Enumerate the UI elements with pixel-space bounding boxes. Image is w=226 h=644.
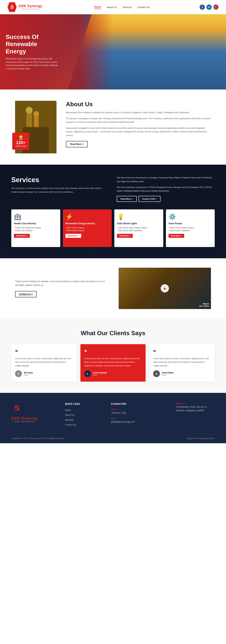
instagram-icon[interactable]: 📷 <box>213 4 218 10</box>
solar-lights-read-more-button[interactable]: Read More > <box>117 234 133 238</box>
healthcare-title: Health Care Industry <box>14 222 58 225</box>
badge-label: Happy Clients <box>15 145 26 147</box>
email-label: Free <box>111 417 169 419</box>
testimonials-row: ❝ Lorem ipsum dolor sit amet, consectetu… <box>11 344 215 382</box>
navbar: S GSK Synergy — Save the Nature — Home A… <box>0 0 226 14</box>
svg-text:S: S <box>10 4 14 10</box>
footer-quick-links: Quick Links Home About Us Services Conta… <box>65 402 103 428</box>
testimonial-author-3: A Amet Diem Dolor <box>153 370 211 377</box>
renewable-read-more-button[interactable]: Read More > <box>66 234 81 238</box>
footer-about-link[interactable]: About Us <box>65 414 74 416</box>
video-box: Watch Our Video <box>119 268 211 309</box>
nav-socials: f in 📷 <box>200 4 218 10</box>
author-role-2: Dolor <box>93 374 107 376</box>
footer-services-link[interactable]: Services <box>65 418 74 421</box>
footer-logo-icon: S <box>11 402 23 415</box>
author-name-3: Amet Diem <box>162 372 174 374</box>
linkedin-icon[interactable]: in <box>206 4 212 10</box>
hero-content: Success Of Renewable Energy Renewable en… <box>6 33 58 70</box>
testimonial-text-2: Lorem ipsum dolor sit amet, consectetuer… <box>84 357 142 367</box>
hero-description: Renewable energy is increasingly becomin… <box>6 57 58 70</box>
hero-section: Success Of Renewable Energy Renewable en… <box>0 14 226 90</box>
author-avatar-2: L <box>84 370 91 377</box>
services-read-more-button[interactable]: Read More > <box>117 196 137 202</box>
testimonials-heading: What Our Clients Says <box>11 330 215 337</box>
solar-pumps-list: Solar Pumps Supply Projects Solar Pumps … <box>169 226 212 232</box>
services-left: Services Our expertise in various power … <box>11 176 109 202</box>
list-item: Solar Pumps Supply Projects <box>169 226 212 229</box>
about-badge: 👷 120+ Happy Clients <box>12 133 29 150</box>
badge-icon: 👷 <box>18 135 23 140</box>
about-heading: About Us <box>66 101 211 108</box>
healthcare-icon: 🏥 <box>14 213 58 220</box>
list-item: Health Care Equipment Supply <box>14 226 58 229</box>
nav-links: Home About Us Services Contact Us <box>94 6 150 9</box>
nav-home[interactable]: Home <box>94 6 101 9</box>
solar-pumps-title: Solar Pumps <box>169 222 212 225</box>
designed-by-text: Designed & Developed by Subrac <box>186 438 215 440</box>
email-value: gsks@gsk-synergy.com <box>111 420 169 424</box>
author-name-2: Lorem Ipsum <box>93 372 107 374</box>
about-para1: Momentarily the company's activities are… <box>66 111 211 114</box>
about-image-wrapper: 👷 120+ Happy Clients <box>15 101 57 154</box>
contact-info-heading: Contact Info <box>111 402 169 405</box>
services-heading: Services <box>11 176 109 184</box>
hero-title: Success Of Renewable Energy <box>6 33 58 55</box>
list-item: Solar Street Light Installation <box>117 229 161 232</box>
renewable-icon: ⚡ <box>66 213 109 220</box>
service-card-healthcare: 🏥 Health Care Industry Health Care Equip… <box>11 210 60 247</box>
facebook-icon[interactable]: f <box>200 4 205 10</box>
footer-home-link[interactable]: Home <box>65 409 71 412</box>
about-read-more-button[interactable]: Read More > <box>66 141 88 147</box>
footer-contact-link[interactable]: Contact Us <box>65 424 76 426</box>
list-item: Wind Power Projects <box>66 229 109 232</box>
phone-value: +65 6327 1158 <box>111 411 169 415</box>
author-info-3: Amet Diem Dolor <box>162 372 174 376</box>
footer-logo-title: GSK Synergy <box>11 416 57 420</box>
author-info-2: Lorem Ipsum Dolor <box>93 372 107 376</box>
footer-bottom: Copyrights © 2023. GSK Synergy Pte. Ltd.… <box>11 438 215 440</box>
footer-link-about: About Us <box>65 413 103 416</box>
testimonial-text-1: Lorem ipsum dolor sit amet, consectetuer… <box>15 357 73 367</box>
footer-link-services: Services <box>65 418 103 422</box>
author-role-1: Dolor <box>24 374 33 376</box>
solar-pumps-read-more-button[interactable]: Read More > <box>169 234 184 238</box>
nav-services[interactable]: Services <box>123 6 132 9</box>
healthcare-list: Health Care Equipment Supply Health Care… <box>14 226 58 232</box>
footer-logo: S GSK Synergy — Save the Nature — <box>11 402 57 428</box>
nav-about[interactable]: About Us <box>106 6 117 9</box>
about-text: About Us Momentarily the company's activ… <box>66 101 211 147</box>
quick-links-heading: Quick Links <box>65 402 103 405</box>
quick-links-list: Home About Us Services Contact Us <box>65 408 103 426</box>
list-item: Solar Street Lights Supply Projects <box>117 226 161 229</box>
address-value: 519 Balestier Road, #04-02 Le Shantier, … <box>176 405 215 412</box>
author-name-1: Sit Amet <box>24 372 33 374</box>
services-explore-button[interactable]: Explore GSK > <box>139 196 161 202</box>
svg-text:S: S <box>15 404 20 412</box>
service-card-renewable: ⚡ Renewable Energy Industry Solar Power … <box>63 210 112 247</box>
solar-lights-list: Solar Street Lights Supply Projects Sola… <box>117 226 161 232</box>
renewable-list: Solar Power Projects Wind Power Projects <box>66 226 109 232</box>
author-role-3: Dolor <box>162 374 174 376</box>
footer-divider <box>11 434 215 434</box>
about-para3: Having been engaged in many joint ventur… <box>66 126 211 138</box>
testimonial-author-1: S Sit Amet Dolor <box>15 370 73 377</box>
healthcare-read-more-button[interactable]: Read More > <box>14 234 30 238</box>
service-card-solar-pumps: ⚙️ Solar Pumps Solar Pumps Supply Projec… <box>166 210 215 247</box>
testimonials-section: What Our Clients Says ❝ Lorem ipsum dolo… <box>0 318 226 393</box>
services-top: Services Our expertise in various power … <box>11 176 215 202</box>
renewable-title: Renewable Energy Industry <box>66 222 109 225</box>
footer-logo-tagline: — Save the Nature — <box>11 420 57 422</box>
testimonial-author-2: L Lorem Ipsum Dolor <box>84 370 142 377</box>
services-section: Services Our expertise in various power … <box>0 165 226 258</box>
testimonial-card-1: ❝ Lorem ipsum dolor sit amet, consectetu… <box>11 344 77 382</box>
contact-banner-text: Thank you for visiting our website. If y… <box>15 280 107 298</box>
solar-lights-title: Solar Street Lights <box>117 222 161 225</box>
about-para2: This group is managed by people with str… <box>66 117 211 124</box>
list-item: Solar Pumps Installation <box>169 229 212 232</box>
services-right-para2: We have Extensive experience in FPSO (Fl… <box>117 186 215 193</box>
video-play-button[interactable] <box>161 284 169 292</box>
solar-lights-icon: 💡 <box>117 213 161 220</box>
nav-contact[interactable]: Contact Us <box>137 6 149 9</box>
contact-us-button[interactable]: Contact Us > <box>15 291 37 298</box>
